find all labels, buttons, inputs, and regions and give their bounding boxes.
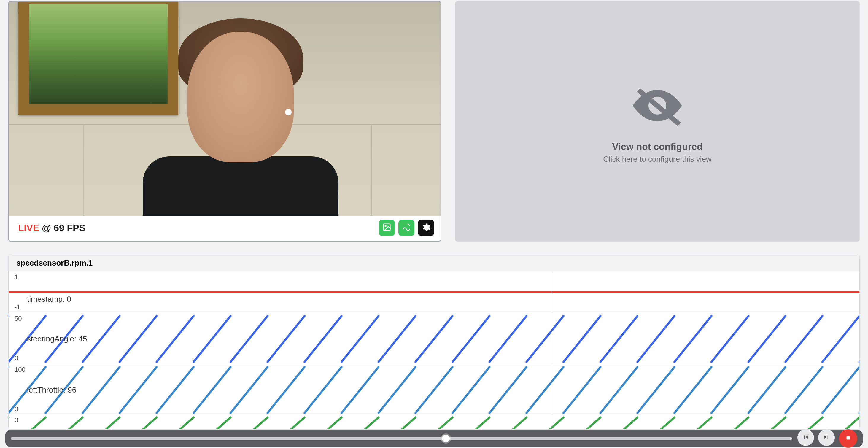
fps-text: @ 69 FPS [42,222,86,233]
chart-lanes[interactable]: 1 -1 timestamp: 0 50 0 steeringAngle: 45… [9,271,859,429]
lane-left-throttle[interactable]: 100 0 leftThrottle: 96 [9,364,859,415]
playback-handle[interactable] [442,435,450,442]
live-text: LIVE [18,222,39,233]
camera-panel: LIVE @ 69 FPS [8,1,441,241]
person-earbud [285,109,291,115]
lane-extra[interactable]: 0 [9,415,859,429]
step-back-button[interactable] [797,429,814,446]
image-icon [382,223,391,233]
unconfigured-view-panel[interactable]: View not configured Click here to config… [455,1,860,241]
playback-track[interactable] [11,437,792,440]
person-face [187,32,294,162]
chart-title-suffix: 1 [88,259,93,267]
svg-rect-4 [847,437,850,440]
lane-timestamp[interactable]: 1 -1 timestamp: 0 [9,271,859,313]
lane-plot [9,364,859,415]
lane-label: steeringAngle: 45 [27,334,87,344]
playback-bar [5,430,863,447]
wall-tile-joint [83,125,84,216]
camera-settings-button[interactable] [418,220,434,236]
skip-forward-icon [823,434,830,442]
chart-title-prefix: speedsensorB.rpm. [16,259,88,267]
lane-plot [9,271,859,313]
chart-cursor[interactable] [551,271,552,429]
live-fps-label: LIVE @ 69 FPS [18,222,86,234]
unconfigured-title: View not configured [612,141,703,152]
stop-icon [845,435,851,442]
eye-off-icon [628,79,687,133]
skip-back-icon [802,434,809,442]
snapshot-button[interactable] [379,220,395,236]
person-torso [143,156,339,216]
lane-steering-angle[interactable]: 50 0 steeringAngle: 45 [9,313,859,364]
timeseries-panel: speedsensorB.rpm.1 1 -1 timestamp: 0 50 … [8,255,860,429]
svg-point-1 [385,226,386,227]
lane-plot [9,415,859,429]
unconfigured-subtitle: Click here to configure this view [603,155,712,164]
chart-title: speedsensorB.rpm.1 [9,255,859,271]
camera-view[interactable] [9,2,440,216]
background-painting [18,2,178,115]
scribble-icon [402,223,411,233]
gear-icon [422,223,430,233]
lane-label: timestamp: 0 [27,295,71,304]
step-forward-button[interactable] [818,429,835,446]
annotate-button[interactable] [398,220,414,236]
wall-tile-joint [371,125,372,216]
lane-plot [9,313,859,364]
lane-label: leftThrottle: 96 [27,385,76,395]
camera-footer: LIVE @ 69 FPS [9,216,440,241]
record-stop-button[interactable] [839,429,857,448]
